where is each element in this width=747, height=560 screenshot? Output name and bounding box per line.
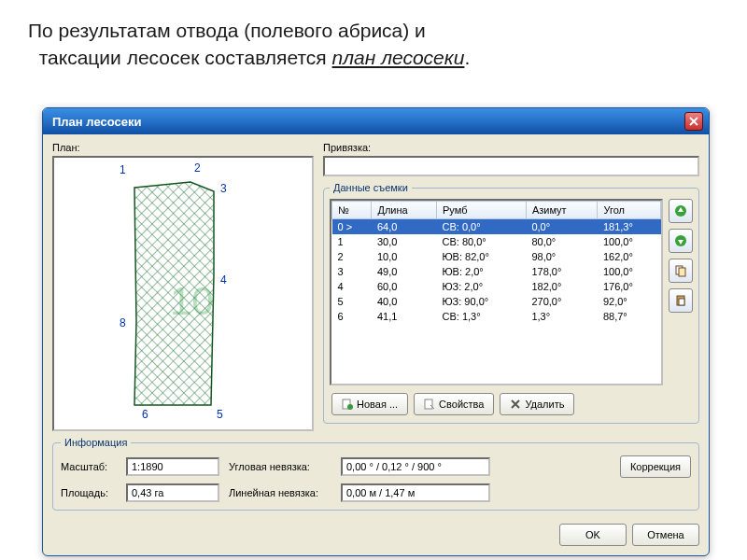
svg-rect-7: [679, 268, 685, 276]
scale-label: Масштаб:: [61, 461, 117, 472]
survey-legend: Данные съемки: [330, 182, 412, 193]
table-row[interactable]: 0 >64,0СВ: 0,0°0,0°181,3°: [332, 219, 661, 235]
ang-err-label: Угловая невязка:: [229, 461, 331, 472]
window-title: План лесосеки: [52, 115, 141, 129]
table-row[interactable]: 210,0ЮВ: 82,0°98,0°162,0°: [332, 249, 661, 264]
correction-button[interactable]: Коррекция: [620, 455, 691, 478]
plan-canvas[interactable]: 10 1 2: [52, 156, 314, 431]
move-up-button[interactable]: [669, 199, 693, 223]
plan-polygon: [125, 176, 247, 419]
new-icon: [342, 399, 353, 410]
svg-rect-9: [679, 299, 684, 305]
plan-label: План:: [52, 142, 314, 153]
survey-table: № Длина Румб Азимут Угол 0 >64,0СВ: 0,0°…: [331, 201, 661, 324]
delete-icon: [510, 399, 521, 410]
copy-button[interactable]: [669, 259, 693, 283]
svg-marker-3: [134, 182, 214, 405]
binding-label: Привязка:: [323, 142, 699, 153]
cancel-button[interactable]: Отмена: [632, 524, 699, 546]
survey-group: Данные съемки № Длина Румб Азимут: [323, 182, 699, 424]
props-button[interactable]: Свойства: [414, 393, 494, 415]
table-row[interactable]: 460,0ЮЗ: 2,0°182,0°176,0°: [332, 279, 661, 294]
col-az[interactable]: Азимут: [526, 202, 598, 219]
col-len[interactable]: Длина: [372, 202, 437, 219]
close-button[interactable]: [684, 112, 703, 131]
svg-rect-12: [425, 399, 432, 409]
table-row[interactable]: 641,1СВ: 1,3°1,3°88,7°: [332, 309, 661, 324]
area-value: 0,43 га: [126, 483, 219, 502]
area-label: Площадь:: [61, 487, 117, 498]
lin-err-label: Линейная невязка:: [229, 487, 331, 498]
paste-button[interactable]: [669, 288, 693, 313]
scale-value: 1:1890: [126, 457, 219, 476]
slide-heading: По результатам отвода (полевого абриса) …: [0, 0, 747, 81]
info-group: Информация Масштаб: 1:1890 Угловая невяз…: [52, 437, 699, 511]
svg-point-11: [347, 404, 353, 410]
arrow-up-icon: [674, 204, 687, 217]
copy-icon: [674, 264, 687, 277]
col-n[interactable]: №: [332, 202, 372, 219]
table-row[interactable]: 130,0СВ: 80,0°80,0°100,0°: [332, 234, 661, 249]
paste-icon: [674, 294, 687, 307]
titlebar[interactable]: План лесосеки: [43, 108, 709, 134]
close-icon: [689, 117, 698, 126]
survey-table-wrap[interactable]: № Длина Румб Азимут Угол 0 >64,0СВ: 0,0°…: [330, 199, 663, 385]
arrow-down-icon: [674, 234, 687, 247]
table-row[interactable]: 349,0ЮВ: 2,0°178,0°100,0°: [332, 264, 661, 279]
col-ang[interactable]: Угол: [598, 202, 661, 219]
ang-err-value: 0,00 ° / 0,12 ° / 900 °: [341, 457, 490, 476]
ok-button[interactable]: OK: [559, 524, 627, 546]
table-row[interactable]: 540,0ЮЗ: 90,0°270,0°92,0°: [332, 294, 661, 309]
info-legend: Информация: [61, 437, 131, 448]
new-button[interactable]: Новая ...: [331, 393, 408, 415]
delete-button[interactable]: Удалить: [500, 393, 574, 415]
plan-window: План лесосеки План: 10: [42, 107, 710, 556]
lin-err-value: 0,00 м / 1,47 м: [341, 483, 490, 502]
binding-input[interactable]: [323, 156, 699, 176]
move-down-button[interactable]: [669, 229, 693, 253]
col-rumb[interactable]: Румб: [436, 202, 526, 219]
props-icon: [424, 399, 435, 410]
